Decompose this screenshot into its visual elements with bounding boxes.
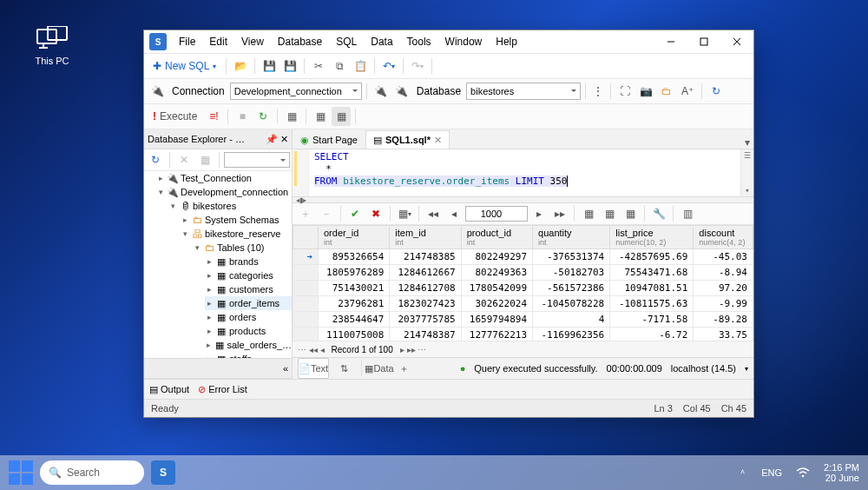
cell[interactable]: 238544647 — [319, 312, 390, 328]
error-list-tab[interactable]: ⊘ Error List — [198, 384, 247, 395]
tree-table-node[interactable]: ▸▦sale_orders_… — [205, 338, 292, 352]
cell[interactable]: 4 — [533, 312, 610, 328]
collapse-icon[interactable]: « — [283, 363, 288, 374]
tree-node[interactable]: bikestores — [193, 201, 236, 211]
window-maximize-button[interactable] — [687, 30, 720, 53]
menu-dots-icon[interactable]: ⋮ — [590, 84, 606, 98]
tree-table-node[interactable]: ▸▦brands — [205, 255, 292, 268]
toolbar-folder-icon[interactable]: 🗀 — [657, 82, 676, 101]
open-folder-button[interactable]: 📂 — [231, 56, 250, 76]
window-close-button[interactable] — [720, 30, 753, 53]
row-selector[interactable] — [293, 328, 319, 341]
data-view-button[interactable]: ▦ Data — [370, 359, 389, 378]
tab-close-icon[interactable]: ✕ — [434, 135, 442, 146]
new-sql-button[interactable]: ✚ New SQL ▾ — [148, 56, 221, 76]
wifi-icon[interactable] — [796, 467, 810, 478]
copy-button[interactable]: ⧉ — [330, 56, 349, 76]
cell[interactable]: 10947081.51 — [610, 281, 694, 296]
tree-node[interactable]: bikestore_reserve — [205, 228, 280, 239]
cell[interactable]: -8.94 — [694, 265, 753, 281]
toolbar-icon-2[interactable]: 📷 — [636, 82, 655, 101]
nav-first-button[interactable]: ◂◂ — [424, 204, 443, 223]
tray-clock[interactable]: 2:16 PM 20 June — [824, 462, 859, 483]
save-all-button[interactable]: 💾 — [280, 56, 299, 76]
swap-view-button[interactable]: ⇅ — [334, 359, 353, 378]
row-selector[interactable] — [293, 296, 319, 312]
tree-node[interactable]: Test_Connection — [181, 173, 252, 183]
tool-btn-b[interactable]: ▦ — [332, 107, 351, 126]
cell[interactable]: -89.28 — [694, 312, 753, 328]
stop-button[interactable]: ■ — [233, 107, 252, 126]
tree-tool-button[interactable]: ▦ — [195, 150, 214, 169]
cell[interactable]: -7171.58 — [610, 312, 694, 328]
tree-del-button[interactable]: ✕ — [174, 150, 194, 169]
refresh-tree-button[interactable]: ↻ — [146, 150, 165, 169]
menu-edit[interactable]: Edit — [202, 32, 234, 51]
table-row[interactable]: 238544647203777578516597948944-7171.58-8… — [293, 312, 753, 328]
cell[interactable]: 214748385 — [390, 249, 461, 265]
cell[interactable]: 2037775785 — [390, 312, 461, 328]
cell[interactable]: -9.99 — [694, 296, 753, 312]
cell[interactable]: 1805976289 — [319, 265, 390, 281]
redo-button[interactable]: ↷ ▾ — [408, 56, 427, 76]
panel-close-icon[interactable]: ✕ — [280, 134, 288, 145]
tree-node[interactable]: System Schemas — [205, 215, 279, 225]
output-tab[interactable]: ▤ Output — [149, 384, 189, 395]
table-row[interactable]: 11100750082147483871277762213-1169962356… — [293, 328, 753, 341]
tree-table-node[interactable]: ▸▦categories — [205, 268, 292, 282]
editor-options-icon[interactable]: ☰ — [744, 149, 751, 162]
nav-last-button[interactable]: ▸▸ — [550, 204, 569, 223]
cell[interactable]: 1823027423 — [390, 296, 461, 312]
window-minimize-button[interactable] — [654, 30, 687, 53]
cell[interactable]: 302622024 — [461, 296, 532, 312]
table-row[interactable]: 75143002112846127081780542099-5615723861… — [293, 281, 753, 296]
cell[interactable]: -50182703 — [533, 265, 610, 281]
tree-table-node[interactable]: ▸▦order_items — [205, 296, 292, 310]
database-dropdown[interactable]: bikestores — [466, 83, 581, 100]
menu-database[interactable]: Database — [271, 32, 329, 51]
column-header[interactable]: order_idint — [319, 226, 390, 249]
commit-button[interactable]: ↻ — [253, 107, 273, 126]
execute-button[interactable]: ! Execute — [148, 107, 202, 126]
desktop-icon-this-pc[interactable]: This PC — [26, 26, 78, 66]
cell[interactable]: 97.20 — [694, 281, 753, 296]
cell[interactable]: -561572386 — [533, 281, 610, 296]
menu-file[interactable]: File — [172, 32, 202, 51]
column-header[interactable]: discountnumeric(4, 2) — [694, 226, 753, 249]
cell[interactable]: -6.72 — [610, 328, 694, 341]
grid-del-button[interactable]: － — [317, 204, 336, 223]
cell[interactable]: 802249297 — [461, 249, 532, 265]
refresh-button[interactable]: ↻ — [707, 82, 726, 101]
column-header[interactable]: item_idint — [390, 226, 461, 249]
paste-button[interactable]: 📋 — [351, 56, 370, 76]
cell[interactable]: -1169962356 — [533, 328, 610, 341]
cell[interactable]: -45.03 — [694, 249, 753, 265]
tree-table-node[interactable]: ▸▦staffs — [205, 352, 292, 358]
sql-editor[interactable]: SELECT * FROM bikestore_reserve.order_it… — [293, 149, 753, 196]
cell[interactable]: 802249363 — [461, 265, 532, 281]
connection-dropdown[interactable]: Development_connection — [230, 83, 362, 100]
cell[interactable]: -1045078228 — [533, 296, 610, 312]
menu-view[interactable]: View — [234, 32, 271, 51]
table-row[interactable]: 18059762891284612667802249363-5018270375… — [293, 265, 753, 281]
cut-button[interactable]: ✂ — [309, 56, 328, 76]
taskbar-app-icon[interactable]: S — [151, 460, 175, 485]
tray-chevron-icon[interactable]: ＾ — [738, 467, 747, 480]
cell[interactable]: 75543471.68 — [610, 265, 694, 281]
status-dropdown-icon[interactable]: ▾ — [745, 365, 748, 373]
cell[interactable]: 1284612667 — [390, 265, 461, 281]
grid-add-button[interactable]: ＋ — [296, 204, 315, 223]
row-selector[interactable] — [293, 312, 319, 328]
tree-node[interactable]: Tables (10) — [217, 242, 264, 253]
row-selector[interactable] — [293, 281, 319, 296]
font-size-icon[interactable]: A⁺ — [678, 82, 697, 101]
menu-window[interactable]: Window — [438, 32, 490, 51]
cell[interactable]: 1110075008 — [319, 328, 390, 341]
cell[interactable]: 895326654 — [319, 249, 390, 265]
column-header[interactable]: product_idint — [461, 226, 532, 249]
database-tree[interactable]: ▸🔌Test_Connection ▾🔌Development_connecti… — [144, 171, 292, 358]
menu-help[interactable]: Help — [489, 32, 524, 51]
tree-filter-dropdown[interactable] — [224, 152, 290, 168]
grid-view-2-icon[interactable]: ▦ — [600, 204, 619, 223]
cell[interactable]: 1284612708 — [390, 281, 461, 296]
